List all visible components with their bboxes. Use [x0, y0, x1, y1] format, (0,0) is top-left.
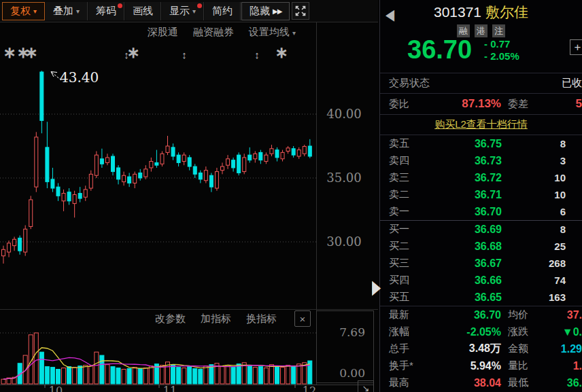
panel-collapse-handle[interactable]: ▶	[372, 275, 381, 300]
volume-bar	[160, 366, 164, 384]
bid-row[interactable]: 买一36.698	[380, 221, 582, 238]
chevron-down-icon: ▾	[292, 29, 296, 37]
switch-indicator-button[interactable]: 换指标	[246, 313, 277, 325]
candle-body	[89, 174, 92, 188]
bid-level-label: 买五	[389, 291, 422, 304]
volume-bar	[105, 365, 109, 384]
volume-bar	[89, 366, 93, 384]
candle-body	[188, 158, 191, 166]
volume-bar	[116, 368, 120, 384]
volume-bar	[182, 368, 186, 384]
buy-l2-link[interactable]: 购买L2查看十档行情	[434, 118, 528, 131]
change-params-button[interactable]: 改参数	[155, 313, 186, 325]
notification-dot	[118, 3, 122, 8]
minimize-corner-icon[interactable]: ↘	[358, 380, 374, 392]
stock-title: 301371敷尔佳	[380, 0, 582, 22]
kline-chart-area[interactable]: 深股通融资融券设置均线 ▾ ∗∗∗↕∗↕↕∗ 43.40 40.0035.003…	[0, 22, 378, 392]
weicha-value: 5	[549, 97, 582, 111]
candle-body	[171, 147, 175, 156]
volume-bar	[67, 367, 71, 384]
stat-value: 37.	[549, 309, 582, 321]
stock-app-window: 复权▾叠加▾筹码画线显示▾简约隐藏▶▶ 深股通融资融券设置均线 ▾ ∗∗∗↕∗↕…	[0, 0, 582, 392]
stat-row: 最新36.70均价37.	[380, 306, 582, 323]
ask-price: 36.70	[422, 206, 502, 218]
fullscreen-button[interactable]	[292, 2, 309, 20]
toolbar-button-4[interactable]: 画线	[125, 2, 161, 20]
ask-row[interactable]: 卖一36.706	[380, 203, 582, 220]
candle-body	[182, 155, 186, 161]
volume-axis-tick: 7.69	[320, 325, 371, 339]
ask-row[interactable]: 卖二36.7110	[380, 186, 582, 203]
stat-row: 总手3.48万金额1.29	[380, 340, 582, 357]
volume-bar	[204, 366, 208, 384]
x-axis-month-label: 10	[49, 385, 63, 392]
candle-body	[133, 174, 137, 183]
candle-body	[67, 192, 71, 201]
volume-bar	[199, 370, 203, 384]
stock-name: 敷尔佳	[485, 4, 528, 20]
stat-value: 5.94%	[431, 360, 501, 372]
stats-grid: 最新36.70均价37.涨幅-2.05%涨跌▼0.总手3.48万金额1.29换手…	[380, 306, 582, 391]
bid-volume: 25	[502, 240, 566, 252]
l2-promo-row: 购买L2查看十档行情	[380, 115, 582, 135]
bid-level-label: 买四	[389, 274, 422, 287]
volume-bar	[143, 368, 148, 384]
ask-level-label: 卖四	[389, 154, 422, 167]
stat-label: 量比	[501, 359, 549, 372]
bid-row[interactable]: 买四36.6674	[380, 272, 582, 289]
volume-bar	[111, 367, 115, 384]
volume-bar	[138, 369, 142, 384]
chart-link-1[interactable]: 深股通	[148, 26, 178, 39]
bid-price: 36.69	[422, 224, 502, 236]
bid-row[interactable]: 买三36.67268	[380, 255, 582, 272]
candle-body	[281, 152, 284, 158]
toolbar-button-1[interactable]: 复权▾	[2, 2, 45, 20]
bid-row[interactable]: 买二36.6825	[380, 238, 582, 255]
chart-link-3[interactable]: 设置均线 ▾	[249, 26, 296, 39]
candle-body	[259, 152, 262, 160]
toolbar-button-6[interactable]: 简约	[205, 2, 241, 20]
candle-body	[13, 239, 16, 245]
toolbar-button-3[interactable]: 筹码	[88, 2, 124, 20]
candle-body	[112, 156, 115, 172]
candle-body	[264, 155, 268, 161]
stat-value: ▼0.	[549, 326, 582, 338]
candle-body	[7, 243, 11, 252]
ask-row[interactable]: 卖五36.758	[380, 135, 582, 152]
asterisk-marker-icon: ∗	[126, 47, 139, 58]
candle-body	[117, 168, 120, 179]
candle-body	[56, 187, 60, 196]
ask-volume: 10	[502, 172, 566, 183]
back-arrow-icon[interactable]: ◀	[386, 5, 394, 24]
volume-bar	[171, 365, 175, 384]
stat-value: 38.04	[431, 377, 501, 389]
price-change: - 0.77 - 2.05%	[484, 38, 519, 63]
candle-body	[270, 149, 273, 154]
toolbar-button-5[interactable]: 显示▾	[162, 2, 204, 20]
ask-row[interactable]: 卖四36.733	[380, 152, 582, 169]
ask-row[interactable]: 卖三36.7210	[380, 169, 582, 186]
bid-row[interactable]: 买五36.65163	[380, 289, 582, 306]
candle-body	[303, 147, 306, 154]
ask-level-label: 卖三	[389, 171, 422, 184]
toolbar-button-7[interactable]: 隐藏▶▶	[241, 2, 290, 20]
indicator-toolbar: 改参数 加指标 换指标 ×	[155, 310, 311, 327]
toolbar-button-2[interactable]: 叠加▾	[46, 2, 88, 20]
bid-level-label: 买三	[389, 257, 422, 270]
chart-link-2[interactable]: 融资融券	[193, 26, 234, 39]
candle-body	[308, 146, 311, 156]
close-indicator-icon[interactable]: ×	[294, 310, 311, 327]
updown-marker-icon: ↕	[182, 50, 187, 60]
add-to-watchlist-button[interactable]: +	[570, 39, 582, 55]
updown-marker-icon: ↕	[254, 50, 260, 60]
volume-bar	[231, 368, 235, 384]
bid-price: 36.68	[422, 240, 502, 253]
fullscreen-icon	[295, 5, 306, 16]
bid-level-label: 买二	[389, 240, 422, 253]
volume-bar	[281, 368, 285, 384]
volume-bar	[84, 366, 88, 384]
add-indicator-button[interactable]: 加指标	[201, 313, 231, 325]
chevron-down-icon: ▾	[76, 7, 80, 15]
volume-bar	[127, 369, 131, 384]
y-axis-tick: 35.00	[318, 171, 371, 185]
